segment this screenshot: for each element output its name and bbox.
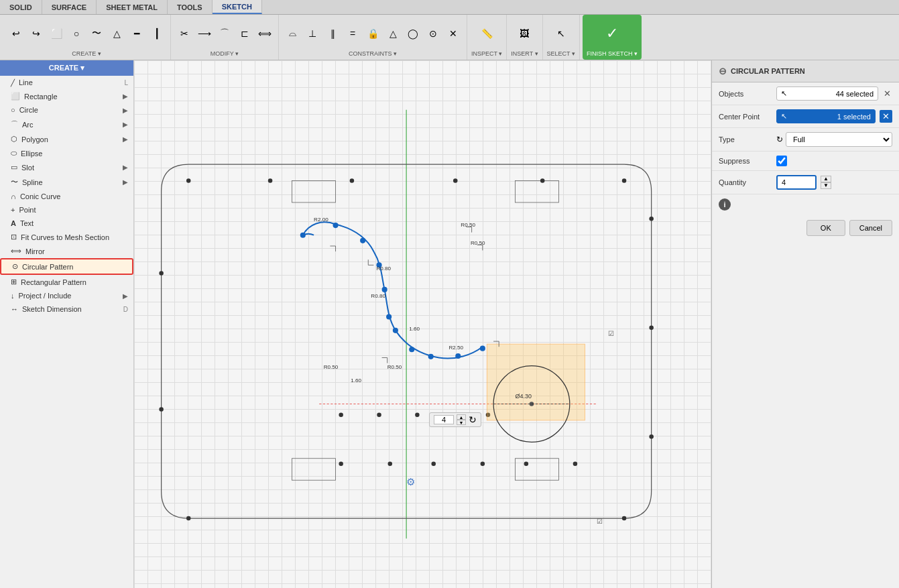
midpoint-icon[interactable]: △: [383, 24, 402, 43]
mirror-toolbar-icon[interactable]: ⟺: [255, 24, 274, 43]
sidebar-item-ellipse[interactable]: ⬭ Ellipse: [0, 146, 133, 160]
svg-text:R0.50: R0.50: [324, 364, 339, 370]
measure-icon[interactable]: 📏: [477, 24, 496, 43]
sidebar-item-mirror[interactable]: ⟺ Mirror: [0, 244, 133, 258]
sidebar-item-point[interactable]: + Point: [0, 203, 133, 217]
info-icon[interactable]: i: [719, 198, 731, 211]
objects-clear-btn[interactable]: ✕: [882, 89, 892, 99]
canvas-grid[interactable]: R2.00 R0.50 R0.50 R0.80 R0.80 1.60 R2.50…: [134, 60, 711, 588]
lock-icon[interactable]: 🔒: [363, 24, 382, 43]
sidebar-item-circle[interactable]: ○ Circle ▶: [0, 103, 133, 117]
redo-icon[interactable]: ↪: [27, 24, 46, 43]
sidebar-item-project-include[interactable]: ↓ Project / Include ▶: [0, 289, 133, 302]
create-label[interactable]: CREATE ▾: [72, 50, 101, 58]
scissors-icon[interactable]: ✂: [175, 24, 194, 43]
equal-icon[interactable]: =: [343, 24, 362, 43]
circle-tool-icon[interactable]: ○: [67, 24, 86, 43]
svg-text:R2.00: R2.00: [314, 217, 328, 223]
constraints-label[interactable]: CONSTRAINTS ▾: [349, 50, 397, 58]
dimension-icon: ↔: [11, 305, 18, 313]
center-point-clear-btn[interactable]: ✕: [880, 110, 892, 123]
right-panel: ⊖ CIRCULAR PATTERN Objects ↖ 44 selected…: [711, 60, 899, 588]
svg-rect-5: [516, 459, 559, 480]
sidebar-item-arc[interactable]: ⌒ Arc ▶: [0, 117, 133, 132]
tangent-icon[interactable]: ⌓: [283, 24, 302, 43]
svg-rect-51: [487, 344, 585, 420]
svg-point-29: [350, 178, 354, 182]
sidebar-item-circular-pattern[interactable]: ⊙ Circular Pattern: [0, 258, 133, 275]
modify-icons: ✂ ⟶ ⌒ ⊏ ⟺: [175, 16, 274, 50]
qty-decrement-btn[interactable]: ▼: [821, 182, 831, 189]
sidebar-item-rectangular-pattern[interactable]: ⊞ Rectangular Pattern: [0, 275, 133, 289]
sidebar-item-rectangle[interactable]: ⬜ Rectangle ▶: [0, 89, 133, 103]
qty-up-btn[interactable]: ▲: [457, 414, 466, 420]
select-icon[interactable]: ↖: [552, 24, 571, 43]
tab-solid[interactable]: SOLID: [0, 0, 42, 14]
insert-label[interactable]: INSERT ▾: [511, 50, 538, 58]
center-point-select-btn[interactable]: ↖ 1 selected: [776, 109, 876, 123]
hline-icon[interactable]: ━: [127, 24, 146, 43]
svg-text:R0.80: R0.80: [376, 266, 391, 272]
modify-label[interactable]: MODIFY ▾: [211, 50, 239, 58]
create-dropdown-btn[interactable]: CREATE ▾: [0, 60, 133, 76]
fix-icon[interactable]: ✕: [444, 24, 463, 43]
select-label[interactable]: SELECT ▾: [547, 50, 575, 58]
sidebar-item-conic[interactable]: ∩ Conic Curve: [0, 190, 133, 203]
offset-icon[interactable]: ⊏: [235, 24, 254, 43]
tab-tools[interactable]: TOOLS: [168, 0, 213, 14]
sidebar-item-spline[interactable]: 〜 Spline ▶: [0, 174, 133, 190]
svg-point-9: [376, 262, 381, 268]
vline-icon[interactable]: ┃: [147, 24, 166, 43]
finish-check-icon[interactable]: ✓: [603, 24, 621, 43]
slot-icon: ▭: [11, 163, 17, 172]
sidebar-item-slot[interactable]: ▭ Slot ▶: [0, 160, 133, 174]
panel-title: CIRCULAR PATTERN: [731, 67, 805, 75]
triangle-icon[interactable]: △: [107, 24, 126, 43]
objects-select-btn[interactable]: ↖ 44 selected: [776, 86, 878, 101]
fillet-icon[interactable]: ⌒: [215, 24, 234, 43]
toolbar-section-constraints: ⌓ ⊥ ∥ = 🔒 △ ◯ ⊙ ✕ CONSTRAINTS ▾: [279, 15, 467, 60]
text-tool-icon: A: [11, 219, 16, 227]
svg-point-34: [649, 326, 653, 330]
extend-icon[interactable]: ⟶: [195, 24, 214, 43]
qty-spinner: ▲ ▼: [457, 414, 466, 425]
canvas-qty-input[interactable]: [434, 415, 454, 424]
tab-surface[interactable]: SURFACE: [42, 0, 97, 14]
canvas-area[interactable]: R2.00 R0.50 R0.50 R0.80 R0.80 1.60 R2.50…: [134, 60, 711, 588]
svg-point-35: [649, 434, 653, 438]
coincident-icon[interactable]: ◯: [404, 24, 422, 43]
tab-sketch[interactable]: SKETCH: [213, 0, 262, 14]
panel-info-row: i: [712, 194, 899, 215]
suppress-label: Suppress: [719, 157, 772, 165]
type-select[interactable]: Full Fitted Angular: [786, 132, 892, 147]
sidebar-item-text[interactable]: A Text: [0, 217, 133, 230]
sidebar-item-sketch-dimension[interactable]: ↔ Sketch Dimension D: [0, 302, 133, 316]
qty-increment-btn[interactable]: ▲: [821, 176, 831, 182]
ok-button[interactable]: OK: [806, 220, 845, 236]
concentric-icon[interactable]: ⊙: [424, 24, 442, 43]
undo-icon[interactable]: ↩: [7, 24, 25, 43]
parallel-icon[interactable]: ∥: [323, 24, 342, 43]
svg-point-27: [186, 178, 190, 182]
inspect-label[interactable]: INSPECT ▾: [471, 50, 502, 58]
perp-icon[interactable]: ⊥: [303, 24, 322, 43]
arc-wave-icon[interactable]: 〜: [87, 24, 106, 43]
point-icon: +: [11, 206, 15, 214]
tab-sheet-metal[interactable]: SHEET METAL: [97, 0, 168, 14]
svg-point-33: [649, 217, 653, 221]
svg-point-28: [268, 178, 272, 182]
quantity-label: Quantity: [719, 178, 772, 186]
insert-image-icon[interactable]: 🖼: [515, 24, 534, 43]
panel-collapse-icon[interactable]: ⊖: [719, 66, 727, 76]
sidebar-item-fit-curves[interactable]: ⊡ Fit Curves to Mesh Section: [0, 230, 133, 244]
finish-label[interactable]: FINISH SKETCH ▾: [587, 50, 638, 58]
spline-icon: 〜: [11, 177, 18, 187]
create-icons: ↩ ↪ ⬜ ○ 〜 △ ━ ┃: [7, 16, 166, 50]
cancel-button[interactable]: Cancel: [849, 220, 892, 236]
qty-down-btn[interactable]: ▼: [457, 420, 466, 425]
quantity-input[interactable]: [776, 175, 817, 190]
rectangle-tool-icon[interactable]: ⬜: [47, 24, 66, 43]
suppress-checkbox[interactable]: [776, 156, 787, 166]
sidebar-item-polygon[interactable]: ⬡ Polygon ▶: [0, 132, 133, 146]
sidebar-item-line[interactable]: ╱ Line L: [0, 76, 133, 89]
